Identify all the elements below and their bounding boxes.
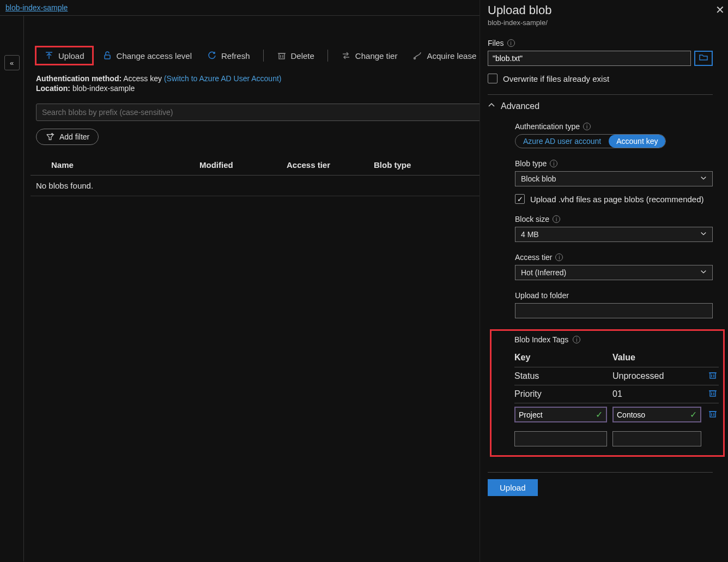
upload-icon bbox=[44, 51, 54, 61]
tag-key-input-wrap: ✓ bbox=[514, 407, 607, 422]
blob-type-label: Blob type bbox=[515, 159, 547, 168]
tag-value-input-wrap: ✓ bbox=[612, 407, 701, 422]
info-icon[interactable]: i bbox=[553, 215, 560, 223]
chevron-down-icon bbox=[700, 174, 707, 183]
auth-type-label: Authentication type bbox=[515, 122, 580, 131]
change-access-label: Change access level bbox=[117, 51, 192, 61]
tags-label: Blob Index Tags bbox=[514, 335, 568, 344]
trash-icon bbox=[277, 51, 287, 61]
lock-icon bbox=[102, 51, 112, 61]
upload-folder-input[interactable] bbox=[515, 303, 713, 318]
add-filter-label: Add filter bbox=[59, 132, 89, 141]
tag-value-empty-input[interactable] bbox=[612, 431, 701, 446]
divider bbox=[488, 472, 713, 473]
refresh-label: Refresh bbox=[221, 51, 250, 61]
info-icon[interactable]: i bbox=[550, 160, 557, 167]
upload-label: Upload bbox=[58, 51, 84, 61]
check-icon: ✓ bbox=[596, 409, 603, 420]
panel-title: Upload blob bbox=[488, 3, 728, 17]
auth-type-group: Azure AD user account Account key bbox=[515, 134, 666, 148]
svg-point-7 bbox=[414, 58, 416, 59]
info-icon[interactable]: i bbox=[583, 123, 591, 130]
blob-type-value: Block blob bbox=[521, 174, 556, 183]
access-tier-label: Access tier bbox=[515, 253, 552, 262]
switch-auth-link[interactable]: (Switch to Azure AD User Account) bbox=[164, 74, 282, 83]
access-tier-select[interactable]: Hot (Inferred) bbox=[515, 265, 713, 280]
tag-row: Priority 01 bbox=[514, 385, 719, 403]
location-value: blob-index-sample bbox=[72, 84, 135, 93]
tag-key[interactable]: Priority bbox=[514, 389, 607, 399]
check-icon: ✓ bbox=[690, 409, 697, 420]
browse-button[interactable] bbox=[694, 51, 713, 66]
refresh-icon bbox=[207, 51, 217, 61]
vhd-label: Upload .vhd files as page blobs (recomme… bbox=[530, 195, 704, 204]
col-modified[interactable]: Modified bbox=[199, 160, 287, 170]
info-icon[interactable]: i bbox=[555, 253, 563, 261]
divider bbox=[488, 94, 713, 95]
advanced-label: Advanced bbox=[501, 101, 539, 111]
acquire-lease-button[interactable]: Acquire lease bbox=[406, 47, 483, 64]
close-icon[interactable]: ✕ bbox=[715, 3, 725, 16]
block-size-select[interactable]: 4 MB bbox=[515, 227, 713, 242]
tag-row-empty bbox=[514, 426, 719, 450]
trash-icon bbox=[708, 371, 717, 382]
tag-key[interactable]: Status bbox=[514, 371, 607, 381]
upload-folder-label: Upload to folder bbox=[515, 291, 569, 300]
vhd-checkbox[interactable] bbox=[515, 194, 525, 204]
advanced-toggle[interactable]: Advanced bbox=[488, 101, 728, 111]
auth-option-azure-ad[interactable]: Azure AD user account bbox=[515, 135, 609, 148]
change-tier-label: Change tier bbox=[355, 51, 398, 61]
tag-key-input[interactable] bbox=[519, 410, 586, 419]
toolbar-separator bbox=[327, 50, 328, 62]
auth-method-label: Authentication method: bbox=[36, 74, 122, 83]
overwrite-checkbox[interactable] bbox=[488, 74, 498, 83]
overwrite-label: Overwrite if files already exist bbox=[503, 74, 609, 83]
toolbar-separator bbox=[263, 50, 264, 62]
files-input[interactable] bbox=[488, 51, 691, 66]
delete-label: Delete bbox=[291, 51, 314, 61]
blob-index-tags-section: Blob Index Tags i Key Value Status Unpro… bbox=[490, 329, 725, 457]
breadcrumb-container-link[interactable]: blob-index-sample bbox=[5, 3, 68, 12]
change-access-level-button[interactable]: Change access level bbox=[96, 47, 198, 64]
info-icon[interactable]: i bbox=[507, 39, 515, 47]
tag-value-input[interactable] bbox=[617, 410, 681, 419]
delete-button[interactable]: Delete bbox=[270, 47, 321, 64]
tag-key-empty-input[interactable] bbox=[514, 431, 607, 446]
blob-type-select[interactable]: Block blob bbox=[515, 171, 713, 186]
tags-col-key: Key bbox=[514, 353, 607, 362]
trash-icon bbox=[708, 389, 717, 400]
collapse-sidebar-button[interactable]: « bbox=[4, 55, 20, 70]
swap-icon bbox=[341, 51, 351, 61]
tag-value[interactable]: 01 bbox=[612, 389, 701, 399]
chevron-down-icon bbox=[700, 230, 707, 239]
add-filter-button[interactable]: Add filter bbox=[36, 129, 99, 145]
delete-tag-button[interactable] bbox=[707, 389, 719, 400]
upload-blob-panel: ✕ Upload blob blob-index-sample/ Files i… bbox=[480, 0, 728, 562]
col-name[interactable]: Name bbox=[36, 160, 199, 170]
upload-button[interactable]: Upload bbox=[35, 46, 94, 65]
tag-value[interactable]: Unprocessed bbox=[612, 371, 701, 381]
auth-option-account-key[interactable]: Account key bbox=[609, 135, 665, 148]
svg-rect-10 bbox=[710, 373, 715, 378]
tag-row: Status Unprocessed bbox=[514, 367, 719, 385]
delete-tag-button[interactable] bbox=[707, 371, 719, 382]
col-blob-type[interactable]: Blob type bbox=[374, 160, 461, 170]
trash-icon bbox=[708, 409, 717, 420]
chevron-up-icon bbox=[488, 101, 495, 111]
svg-rect-18 bbox=[710, 412, 715, 417]
svg-rect-3 bbox=[279, 53, 284, 59]
svg-rect-14 bbox=[710, 391, 715, 396]
filter-add-icon bbox=[45, 132, 55, 142]
location-label: Location: bbox=[36, 84, 70, 93]
upload-submit-button[interactable]: Upload bbox=[488, 479, 538, 496]
block-size-label: Block size bbox=[515, 215, 549, 223]
access-tier-value: Hot (Inferred) bbox=[521, 268, 566, 277]
refresh-button[interactable]: Refresh bbox=[201, 47, 257, 64]
block-size-value: 4 MB bbox=[521, 230, 539, 239]
delete-tag-button[interactable] bbox=[707, 409, 719, 420]
col-access-tier[interactable]: Access tier bbox=[287, 160, 374, 170]
info-icon[interactable]: i bbox=[573, 336, 580, 343]
tags-col-value: Value bbox=[612, 353, 701, 362]
change-tier-button[interactable]: Change tier bbox=[335, 47, 404, 64]
files-label: Files bbox=[488, 39, 504, 47]
